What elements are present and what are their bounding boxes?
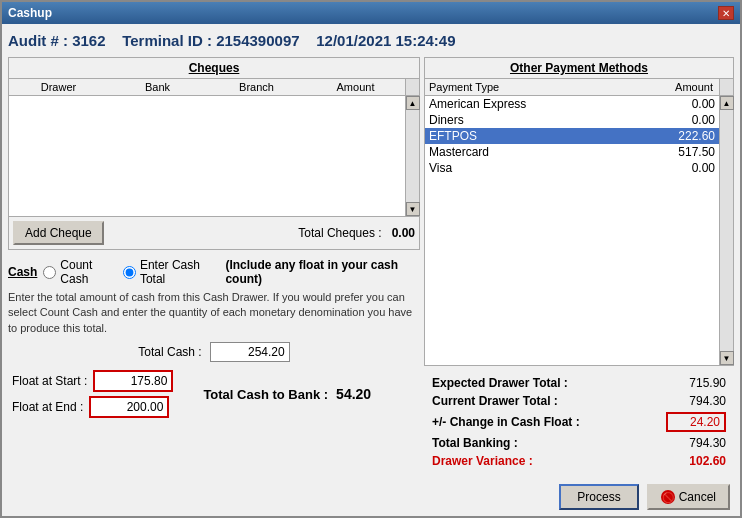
action-buttons: Process 🚫 Cancel	[424, 484, 734, 510]
opm-amount: 222.60	[635, 129, 715, 143]
close-button[interactable]: ✕	[718, 6, 734, 20]
opm-row[interactable]: Diners0.00	[425, 112, 719, 128]
terminal-id: 2154390097	[216, 32, 299, 49]
window-title: Cashup	[8, 6, 52, 20]
float-end-label: Float at End :	[12, 400, 83, 414]
add-cheque-row: Add Cheque Total Cheques : 0.00	[9, 216, 419, 249]
total-cash-bank: Total Cash to Bank : 54.20	[203, 386, 371, 402]
count-cash-radio-label[interactable]: Count Cash	[43, 258, 117, 286]
cash-header: Cash Count Cash Enter Cash Total (Includ…	[8, 258, 420, 286]
opm-row[interactable]: Visa0.00	[425, 160, 719, 176]
float-end-row: Float at End :	[12, 396, 173, 418]
expected-drawer-row: Expected Drawer Total : 715.90	[432, 376, 726, 390]
cheques-scrollbar[interactable]: ▲ ▼	[405, 96, 419, 216]
opm-col-amount: Amount	[639, 79, 719, 95]
col-branch: Branch	[207, 79, 306, 95]
opm-row[interactable]: Mastercard517.50	[425, 144, 719, 160]
cheques-section: Cheques Drawer Bank Branch Amount	[8, 57, 420, 250]
total-cash-label: Total Cash :	[138, 345, 201, 359]
total-cheques-value: 0.00	[392, 226, 415, 240]
terminal-label: Terminal ID :	[122, 32, 212, 49]
opm-table-header: Payment Type Amount	[425, 79, 733, 96]
opm-row[interactable]: EFTPOS222.60	[425, 128, 719, 144]
float-inputs-group: Float at Start : Float at End :	[12, 370, 173, 418]
col-amount: Amount	[306, 79, 405, 95]
scroll-down-btn[interactable]: ▼	[406, 202, 420, 216]
opm-payment-type: Mastercard	[429, 145, 635, 159]
opm-payment-type: American Express	[429, 97, 635, 111]
total-cash-input[interactable]	[210, 342, 290, 362]
opm-scrollbar[interactable]: ▲ ▼	[719, 96, 733, 365]
cancel-icon: 🚫	[661, 490, 675, 504]
col-drawer: Drawer	[9, 79, 108, 95]
other-payments-section: Other Payment Methods Payment Type Amoun…	[424, 57, 734, 366]
right-panel: Other Payment Methods Payment Type Amoun…	[424, 57, 734, 510]
drawer-variance-value: 102.60	[689, 454, 726, 468]
count-cash-radio[interactable]	[43, 266, 56, 279]
total-cash-bank-value: 54.20	[336, 386, 371, 402]
total-cheques-text: Total Cheques :	[298, 226, 381, 240]
total-cheques-label: Total Cheques : 0.00	[298, 226, 415, 240]
current-drawer-row: Current Drawer Total : 794.30	[432, 394, 726, 408]
total-banking-label: Total Banking :	[432, 436, 518, 450]
cash-section: Cash Count Cash Enter Cash Total (Includ…	[8, 258, 420, 420]
audit-label: Audit # :	[8, 32, 68, 49]
current-drawer-label: Current Drawer Total :	[432, 394, 558, 408]
opm-payment-type: Diners	[429, 113, 635, 127]
opm-payment-type: EFTPOS	[429, 129, 635, 143]
opm-scroll-down[interactable]: ▼	[720, 351, 734, 365]
expected-drawer-label: Expected Drawer Total :	[432, 376, 568, 390]
enter-cash-radio-label[interactable]: Enter Cash Total	[123, 258, 220, 286]
total-banking-row: Total Banking : 794.30	[432, 436, 726, 450]
cash-radio-hint: (Include any float in your cash count)	[225, 258, 420, 286]
cheques-title: Cheques	[9, 58, 419, 79]
main-panels: Cheques Drawer Bank Branch Amount	[8, 57, 734, 510]
float-end-input[interactable]	[89, 396, 169, 418]
total-cash-row: Total Cash :	[8, 342, 420, 362]
title-bar: Cashup ✕	[2, 2, 740, 24]
left-panel: Cheques Drawer Bank Branch Amount	[8, 57, 420, 510]
datetime: 12/01/2021 15:24:49	[316, 32, 455, 49]
change-cash-float-value: 24.20	[666, 412, 726, 432]
process-button[interactable]: Process	[559, 484, 638, 510]
cheques-rows[interactable]	[9, 96, 405, 216]
cheques-table-wrap: Drawer Bank Branch Amount ▲ ▼	[9, 79, 419, 249]
current-drawer-value: 794.30	[666, 394, 726, 408]
float-start-row: Float at Start :	[12, 370, 173, 392]
scroll-col	[405, 79, 419, 95]
opm-amount: 517.50	[635, 145, 715, 159]
scroll-up-btn[interactable]: ▲	[406, 96, 420, 110]
total-cash-bank-label: Total Cash to Bank :	[203, 387, 328, 402]
drawer-variance-label: Drawer Variance :	[432, 454, 533, 468]
cancel-label: Cancel	[679, 490, 716, 504]
opm-amount: 0.00	[635, 161, 715, 175]
opm-scroll-up[interactable]: ▲	[720, 96, 734, 110]
opm-amount: 0.00	[635, 113, 715, 127]
drawer-variance-row: Drawer Variance : 102.60	[432, 454, 726, 468]
enter-cash-radio[interactable]	[123, 266, 136, 279]
opm-col-type: Payment Type	[425, 79, 639, 95]
main-window: Cashup ✕ Audit # : 3162 Terminal ID : 21…	[0, 0, 742, 518]
other-payments-title: Other Payment Methods	[425, 58, 733, 79]
opm-rows: American Express0.00Diners0.00EFTPOS222.…	[425, 96, 719, 365]
expected-drawer-value: 715.90	[666, 376, 726, 390]
total-banking-value: 794.30	[666, 436, 726, 450]
audit-number: 3162	[72, 32, 105, 49]
cancel-button[interactable]: 🚫 Cancel	[647, 484, 730, 510]
float-start-input[interactable]	[93, 370, 173, 392]
add-cheque-button[interactable]: Add Cheque	[13, 221, 104, 245]
cheques-table-header: Drawer Bank Branch Amount	[9, 79, 419, 96]
opm-payment-type: Visa	[429, 161, 635, 175]
float-start-label: Float at Start :	[12, 374, 87, 388]
enter-cash-text: Enter Cash Total	[140, 258, 220, 286]
cheques-table-inner: ▲ ▼	[9, 96, 419, 216]
content-area: Audit # : 3162 Terminal ID : 2154390097 …	[2, 24, 740, 516]
cash-label: Cash	[8, 265, 37, 279]
audit-header: Audit # : 3162 Terminal ID : 2154390097 …	[8, 30, 734, 51]
count-cash-text: Count Cash	[60, 258, 117, 286]
opm-scroll-col	[719, 79, 733, 95]
col-bank: Bank	[108, 79, 207, 95]
opm-amount: 0.00	[635, 97, 715, 111]
opm-row[interactable]: American Express0.00	[425, 96, 719, 112]
totals-section: Expected Drawer Total : 715.90 Current D…	[424, 372, 734, 476]
